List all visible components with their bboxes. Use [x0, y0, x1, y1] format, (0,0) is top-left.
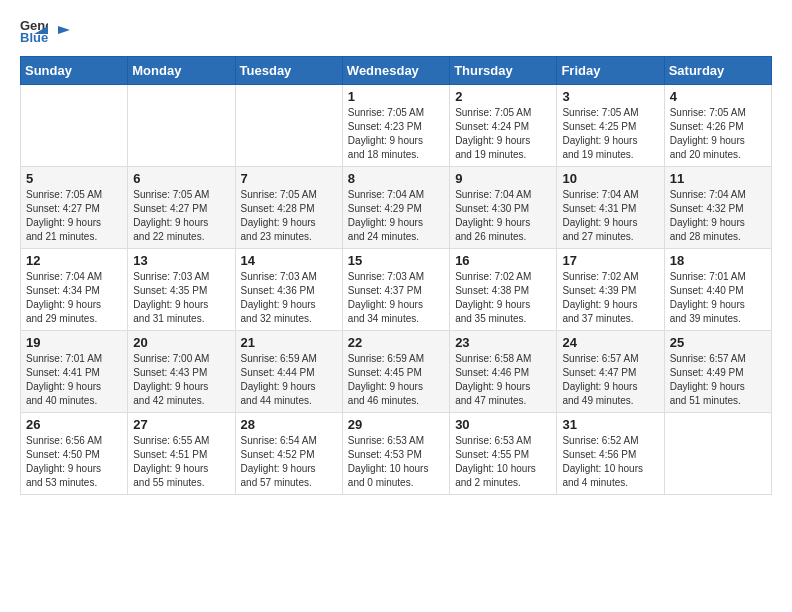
calendar-cell: 9Sunrise: 7:04 AM Sunset: 4:30 PM Daylig…: [450, 167, 557, 249]
logo-triangle-icon: [54, 22, 70, 38]
day-info: Sunrise: 6:53 AM Sunset: 4:53 PM Dayligh…: [348, 434, 444, 490]
calendar-cell: 30Sunrise: 6:53 AM Sunset: 4:55 PM Dayli…: [450, 413, 557, 495]
day-number: 4: [670, 89, 766, 104]
day-number: 17: [562, 253, 658, 268]
week-row-5: 26Sunrise: 6:56 AM Sunset: 4:50 PM Dayli…: [21, 413, 772, 495]
day-info: Sunrise: 6:54 AM Sunset: 4:52 PM Dayligh…: [241, 434, 337, 490]
svg-marker-3: [58, 26, 70, 34]
day-number: 16: [455, 253, 551, 268]
calendar-cell: 17Sunrise: 7:02 AM Sunset: 4:39 PM Dayli…: [557, 249, 664, 331]
calendar-cell: [21, 85, 128, 167]
day-info: Sunrise: 7:03 AM Sunset: 4:37 PM Dayligh…: [348, 270, 444, 326]
week-row-1: 1Sunrise: 7:05 AM Sunset: 4:23 PM Daylig…: [21, 85, 772, 167]
day-info: Sunrise: 7:03 AM Sunset: 4:35 PM Dayligh…: [133, 270, 229, 326]
calendar-cell: [235, 85, 342, 167]
day-number: 7: [241, 171, 337, 186]
day-number: 8: [348, 171, 444, 186]
day-number: 28: [241, 417, 337, 432]
calendar-cell: 31Sunrise: 6:52 AM Sunset: 4:56 PM Dayli…: [557, 413, 664, 495]
svg-text:Blue: Blue: [20, 30, 48, 44]
day-info: Sunrise: 7:04 AM Sunset: 4:31 PM Dayligh…: [562, 188, 658, 244]
day-number: 13: [133, 253, 229, 268]
day-info: Sunrise: 6:53 AM Sunset: 4:55 PM Dayligh…: [455, 434, 551, 490]
calendar-cell: 20Sunrise: 7:00 AM Sunset: 4:43 PM Dayli…: [128, 331, 235, 413]
day-info: Sunrise: 6:56 AM Sunset: 4:50 PM Dayligh…: [26, 434, 122, 490]
day-number: 21: [241, 335, 337, 350]
calendar-cell: 4Sunrise: 7:05 AM Sunset: 4:26 PM Daylig…: [664, 85, 771, 167]
day-number: 2: [455, 89, 551, 104]
calendar-cell: 1Sunrise: 7:05 AM Sunset: 4:23 PM Daylig…: [342, 85, 449, 167]
calendar-cell: 7Sunrise: 7:05 AM Sunset: 4:28 PM Daylig…: [235, 167, 342, 249]
calendar-cell: 23Sunrise: 6:58 AM Sunset: 4:46 PM Dayli…: [450, 331, 557, 413]
day-info: Sunrise: 7:01 AM Sunset: 4:40 PM Dayligh…: [670, 270, 766, 326]
weekday-header-saturday: Saturday: [664, 57, 771, 85]
day-number: 23: [455, 335, 551, 350]
day-info: Sunrise: 6:59 AM Sunset: 4:45 PM Dayligh…: [348, 352, 444, 408]
day-info: Sunrise: 7:05 AM Sunset: 4:24 PM Dayligh…: [455, 106, 551, 162]
day-info: Sunrise: 7:03 AM Sunset: 4:36 PM Dayligh…: [241, 270, 337, 326]
calendar-cell: 16Sunrise: 7:02 AM Sunset: 4:38 PM Dayli…: [450, 249, 557, 331]
day-number: 31: [562, 417, 658, 432]
weekday-header-wednesday: Wednesday: [342, 57, 449, 85]
calendar-cell: 27Sunrise: 6:55 AM Sunset: 4:51 PM Dayli…: [128, 413, 235, 495]
day-number: 24: [562, 335, 658, 350]
day-info: Sunrise: 6:52 AM Sunset: 4:56 PM Dayligh…: [562, 434, 658, 490]
calendar-cell: 14Sunrise: 7:03 AM Sunset: 4:36 PM Dayli…: [235, 249, 342, 331]
day-number: 15: [348, 253, 444, 268]
logo: General Blue: [20, 16, 70, 44]
day-number: 18: [670, 253, 766, 268]
weekday-header-monday: Monday: [128, 57, 235, 85]
day-number: 1: [348, 89, 444, 104]
day-info: Sunrise: 6:59 AM Sunset: 4:44 PM Dayligh…: [241, 352, 337, 408]
calendar-cell: 26Sunrise: 6:56 AM Sunset: 4:50 PM Dayli…: [21, 413, 128, 495]
calendar-cell: 24Sunrise: 6:57 AM Sunset: 4:47 PM Dayli…: [557, 331, 664, 413]
day-info: Sunrise: 7:04 AM Sunset: 4:30 PM Dayligh…: [455, 188, 551, 244]
calendar-cell: 22Sunrise: 6:59 AM Sunset: 4:45 PM Dayli…: [342, 331, 449, 413]
day-number: 30: [455, 417, 551, 432]
logo-icon: General Blue: [20, 16, 48, 44]
day-number: 29: [348, 417, 444, 432]
day-number: 11: [670, 171, 766, 186]
weekday-header-thursday: Thursday: [450, 57, 557, 85]
calendar-cell: 19Sunrise: 7:01 AM Sunset: 4:41 PM Dayli…: [21, 331, 128, 413]
header: General Blue: [20, 16, 772, 44]
calendar-cell: 21Sunrise: 6:59 AM Sunset: 4:44 PM Dayli…: [235, 331, 342, 413]
day-info: Sunrise: 6:58 AM Sunset: 4:46 PM Dayligh…: [455, 352, 551, 408]
calendar-cell: 8Sunrise: 7:04 AM Sunset: 4:29 PM Daylig…: [342, 167, 449, 249]
calendar-cell: [664, 413, 771, 495]
day-info: Sunrise: 7:00 AM Sunset: 4:43 PM Dayligh…: [133, 352, 229, 408]
day-info: Sunrise: 7:04 AM Sunset: 4:34 PM Dayligh…: [26, 270, 122, 326]
day-number: 14: [241, 253, 337, 268]
day-number: 3: [562, 89, 658, 104]
weekday-header-friday: Friday: [557, 57, 664, 85]
calendar-cell: 25Sunrise: 6:57 AM Sunset: 4:49 PM Dayli…: [664, 331, 771, 413]
day-number: 9: [455, 171, 551, 186]
calendar-cell: 13Sunrise: 7:03 AM Sunset: 4:35 PM Dayli…: [128, 249, 235, 331]
day-number: 22: [348, 335, 444, 350]
day-number: 10: [562, 171, 658, 186]
calendar-page: General Blue Su: [0, 0, 792, 511]
day-number: 5: [26, 171, 122, 186]
calendar-cell: [128, 85, 235, 167]
day-info: Sunrise: 6:55 AM Sunset: 4:51 PM Dayligh…: [133, 434, 229, 490]
day-number: 20: [133, 335, 229, 350]
calendar-cell: 10Sunrise: 7:04 AM Sunset: 4:31 PM Dayli…: [557, 167, 664, 249]
day-number: 27: [133, 417, 229, 432]
week-row-4: 19Sunrise: 7:01 AM Sunset: 4:41 PM Dayli…: [21, 331, 772, 413]
calendar-cell: 6Sunrise: 7:05 AM Sunset: 4:27 PM Daylig…: [128, 167, 235, 249]
calendar-cell: 29Sunrise: 6:53 AM Sunset: 4:53 PM Dayli…: [342, 413, 449, 495]
day-info: Sunrise: 7:05 AM Sunset: 4:27 PM Dayligh…: [133, 188, 229, 244]
weekday-header-row: SundayMondayTuesdayWednesdayThursdayFrid…: [21, 57, 772, 85]
calendar-cell: 3Sunrise: 7:05 AM Sunset: 4:25 PM Daylig…: [557, 85, 664, 167]
day-number: 12: [26, 253, 122, 268]
day-info: Sunrise: 6:57 AM Sunset: 4:47 PM Dayligh…: [562, 352, 658, 408]
day-info: Sunrise: 7:05 AM Sunset: 4:27 PM Dayligh…: [26, 188, 122, 244]
day-info: Sunrise: 7:05 AM Sunset: 4:25 PM Dayligh…: [562, 106, 658, 162]
day-info: Sunrise: 7:05 AM Sunset: 4:28 PM Dayligh…: [241, 188, 337, 244]
week-row-2: 5Sunrise: 7:05 AM Sunset: 4:27 PM Daylig…: [21, 167, 772, 249]
day-info: Sunrise: 7:04 AM Sunset: 4:32 PM Dayligh…: [670, 188, 766, 244]
calendar-cell: 11Sunrise: 7:04 AM Sunset: 4:32 PM Dayli…: [664, 167, 771, 249]
day-number: 19: [26, 335, 122, 350]
calendar-cell: 18Sunrise: 7:01 AM Sunset: 4:40 PM Dayli…: [664, 249, 771, 331]
day-info: Sunrise: 7:05 AM Sunset: 4:23 PM Dayligh…: [348, 106, 444, 162]
